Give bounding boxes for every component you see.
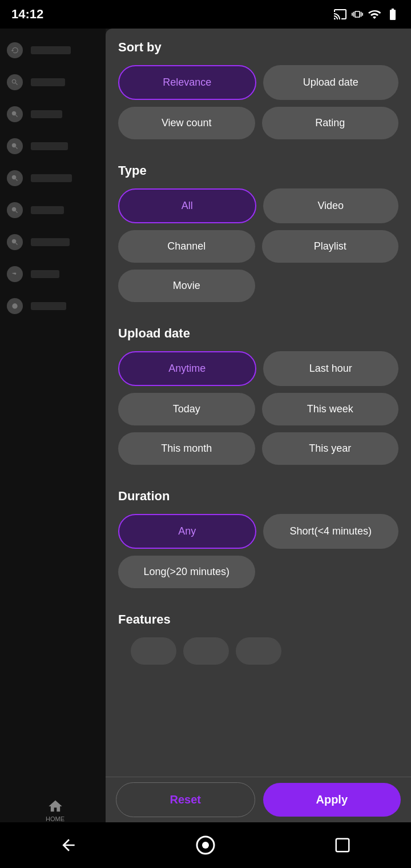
- status-bar: 14:12: [0, 0, 411, 29]
- features-partial-btns: [118, 637, 398, 722]
- duration-long-btn[interactable]: Long(>20 minutes): [118, 556, 255, 588]
- type-section: Type All Video Channel Playlist Movie: [106, 152, 411, 315]
- bg-item-1: [0, 34, 106, 66]
- upload-last-hour-btn[interactable]: Last hour: [263, 351, 399, 386]
- sort-upload-date-btn[interactable]: Upload date: [263, 65, 399, 100]
- type-row-1: All Video: [118, 188, 398, 223]
- upload-this-month-btn[interactable]: This month: [118, 432, 255, 465]
- sort-relevance-btn[interactable]: Relevance: [118, 65, 256, 100]
- duration-any-btn[interactable]: Any: [118, 514, 256, 549]
- home-area: HOME: [46, 798, 65, 822]
- upload-date-row-2: Today This week: [118, 393, 398, 425]
- duration-label: Duration: [118, 489, 398, 504]
- bottom-navigation: [0, 822, 411, 868]
- status-time: 14:12: [11, 7, 43, 22]
- type-row-2: Channel Playlist: [118, 230, 398, 263]
- type-playlist-btn[interactable]: Playlist: [262, 230, 399, 263]
- nav-back-button[interactable]: [51, 828, 86, 862]
- apply-button[interactable]: Apply: [263, 783, 401, 817]
- action-bar: Reset Apply: [106, 777, 411, 822]
- recents-icon: [334, 837, 351, 854]
- svg-point-2: [202, 842, 209, 849]
- type-movie-btn[interactable]: Movie: [118, 270, 255, 302]
- wifi-icon: [368, 7, 381, 21]
- duration-row-2: Long(>20 minutes): [118, 556, 398, 588]
- upload-this-week-btn[interactable]: This week: [262, 393, 399, 425]
- feature-btn-3[interactable]: [236, 637, 281, 665]
- sort-by-row-1: Relevance Upload date: [118, 65, 398, 100]
- status-icons: [333, 7, 400, 21]
- type-row-3: Movie: [118, 270, 398, 302]
- upload-date-section: Upload date Anytime Last hour Today This…: [106, 315, 411, 477]
- bg-item-7: [0, 226, 106, 258]
- type-all-btn[interactable]: All: [118, 188, 256, 223]
- type-label: Type: [118, 163, 398, 178]
- sort-by-row-2: View count Rating: [118, 107, 398, 139]
- back-icon: [59, 836, 78, 854]
- cast-icon: [333, 7, 347, 21]
- reset-button[interactable]: Reset: [116, 782, 255, 817]
- svg-point-0: [12, 303, 17, 308]
- duration-section: Duration Any Short(<4 minutes) Long(>20 …: [106, 477, 411, 601]
- bg-item-8: [0, 258, 106, 290]
- bg-item-9: [0, 290, 106, 322]
- background-content: [0, 0, 106, 868]
- bg-item-6: [0, 194, 106, 226]
- filter-panel: Sort by Relevance Upload date View count…: [106, 29, 411, 777]
- feature-btn-1[interactable]: [131, 637, 176, 665]
- upload-anytime-btn[interactable]: Anytime: [118, 351, 256, 386]
- svg-rect-3: [336, 839, 349, 852]
- feature-btn-2[interactable]: [183, 637, 229, 665]
- upload-date-row-3: This month This year: [118, 432, 398, 465]
- bg-item-2: [0, 66, 106, 98]
- duration-short-btn[interactable]: Short(<4 minutes): [263, 514, 399, 549]
- upload-today-btn[interactable]: Today: [118, 393, 255, 425]
- upload-date-label: Upload date: [118, 326, 398, 341]
- bg-item-4: [0, 130, 106, 162]
- nav-recents-button[interactable]: [325, 828, 360, 862]
- home-label: HOME: [46, 815, 65, 822]
- sort-rating-btn[interactable]: Rating: [262, 107, 399, 139]
- nav-home-button[interactable]: [188, 828, 223, 862]
- upload-date-row-1: Anytime Last hour: [118, 351, 398, 386]
- sort-by-section: Sort by Relevance Upload date View count…: [106, 29, 411, 152]
- type-channel-btn[interactable]: Channel: [118, 230, 255, 263]
- bg-item-5: [0, 162, 106, 194]
- type-video-btn[interactable]: Video: [263, 188, 399, 223]
- nav-home-icon: [195, 835, 216, 855]
- vibrate-icon: [352, 7, 363, 21]
- battery-icon: [386, 7, 400, 21]
- home-icon: [47, 798, 63, 814]
- duration-row-1: Any Short(<4 minutes): [118, 514, 398, 549]
- features-section: Features: [106, 601, 411, 728]
- sort-view-count-btn[interactable]: View count: [118, 107, 255, 139]
- bg-item-3: [0, 98, 106, 130]
- upload-this-year-btn[interactable]: This year: [262, 432, 399, 465]
- sort-by-label: Sort by: [118, 40, 398, 55]
- features-label: Features: [118, 612, 398, 627]
